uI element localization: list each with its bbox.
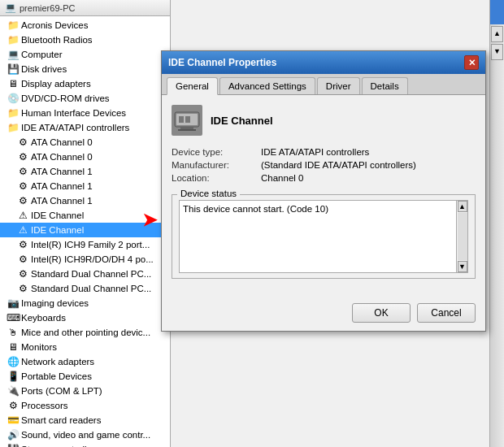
svg-rect-5	[178, 129, 196, 131]
item-label-dvd: DVD/CD-ROM drives	[21, 93, 110, 103]
item-label-sound: Sound, video and game contr...	[21, 430, 150, 440]
svg-rect-2	[179, 116, 184, 123]
item-label-imaging: Imaging devices	[21, 298, 89, 308]
tree-item-mice[interactable]: 🖱 Mice and other pointing devic...	[0, 325, 170, 340]
svg-rect-3	[185, 116, 190, 123]
tree-item-hid[interactable]: 📁 Human Interface Devices	[0, 106, 170, 120]
status-group: Device status This device cannot start. …	[172, 194, 476, 279]
item-icon-dvd: 💿	[7, 92, 20, 105]
tree-item-portable[interactable]: 📱 Portable Devices	[0, 369, 170, 384]
tree-item-bluetooth[interactable]: 📁 Bluetooth Radios	[0, 33, 170, 47]
strip-btn-1[interactable]: ▲	[491, 26, 503, 42]
item-icon-hid: 📁	[7, 106, 20, 119]
item-icon-disk: 💾	[7, 63, 20, 76]
tree-item-processors[interactable]: ⚙ Processors	[0, 398, 170, 413]
close-button[interactable]: ✕	[464, 55, 479, 70]
tree-item-imaging[interactable]: 📷 Imaging devices	[0, 296, 170, 310]
item-icon-idechan1: ⚠	[16, 209, 29, 222]
item-label-stdual2: Standard Dual Channel PC...	[31, 284, 151, 293]
tree-item-idechan2[interactable]: ⚠ IDE Channel	[0, 223, 170, 237]
tab-details[interactable]: Details	[362, 77, 408, 94]
tree-item-stdual1[interactable]: ⚙ Standard Dual Channel PC...	[0, 267, 170, 281]
item-icon-ata0: ⚙	[16, 136, 29, 149]
tab-advanced[interactable]: Advanced Settings	[219, 77, 315, 94]
item-icon-ata1b: ⚙	[16, 180, 29, 193]
strip-btn-2[interactable]: ▼	[491, 44, 503, 60]
item-icon-display: 🖥	[7, 77, 20, 90]
prop-label-2: Location:	[172, 173, 261, 183]
item-icon-ich9r: ⚙	[16, 253, 29, 266]
item-label-display: Display adapters	[21, 79, 91, 89]
tab-general[interactable]: General	[167, 77, 218, 95]
tree-item-network[interactable]: 🌐 Network adapters	[0, 354, 170, 369]
tree-item-smartcard[interactable]: 💳 Smart card readers	[0, 413, 170, 427]
tree-item-monitors[interactable]: 🖥 Monitors	[0, 340, 170, 354]
item-icon-ata1: ⚙	[16, 165, 29, 178]
item-icon-ide: 📁	[7, 121, 20, 134]
dialog-content: IDE Channel Device type: IDE ATA/ATAPI c…	[162, 95, 485, 298]
ok-button[interactable]: OK	[352, 303, 411, 323]
prop-value-0: IDE ATA/ATAPI controllers	[261, 147, 369, 157]
tree-item-dvd[interactable]: 💿 DVD/CD-ROM drives	[0, 91, 170, 106]
item-label-ich9fam: Intel(R) ICH9 Family 2 port...	[31, 240, 150, 250]
scroll-up[interactable]: ▲	[458, 201, 467, 212]
item-label-acronis: Acronis Devices	[21, 20, 88, 30]
tree-item-ich9r[interactable]: ⚙ Intel(R) ICH9R/DO/DH 4 po...	[0, 252, 170, 267]
prop-row-0: Device type: IDE ATA/ATAPI controllers	[172, 147, 476, 157]
properties-grid: Device type: IDE ATA/ATAPI controllers M…	[172, 147, 476, 183]
tree-item-disk[interactable]: 💾 Disk drives	[0, 62, 170, 76]
tree-item-ata1[interactable]: ⚙ ATA Channel 1	[0, 164, 170, 179]
tree-item-ide[interactable]: 📁 IDE ATA/ATAPI controllers	[0, 120, 170, 135]
item-icon-smartcard: 💳	[7, 414, 20, 427]
device-name-label: IDE Channel	[211, 115, 273, 127]
item-label-idechan2: IDE Channel	[31, 225, 84, 235]
tree-item-keyboards[interactable]: ⌨ Keyboards	[0, 310, 170, 325]
item-label-ich9r: Intel(R) ICH9R/DO/DH 4 po...	[31, 254, 154, 264]
dialog-titlebar: IDE Channel Properties ✕	[162, 51, 485, 74]
item-label-smartcard: Smart card readers	[21, 415, 101, 425]
status-legend: Device status	[177, 189, 240, 198]
item-icon-ich9fam: ⚙	[16, 238, 29, 251]
tree-item-stdual2[interactable]: ⚙ Standard Dual Channel PC...	[0, 281, 170, 296]
tree-item-ata0[interactable]: ⚙ ATA Channel 0	[0, 135, 170, 150]
item-icon-bluetooth: 📁	[7, 33, 20, 46]
svg-rect-4	[180, 127, 193, 129]
tree-item-sound[interactable]: 🔊 Sound, video and game contr...	[0, 427, 170, 442]
item-icon-monitors: 🖥	[7, 341, 20, 354]
tree-item-ata1c[interactable]: ⚙ ATA Channel 1	[0, 193, 170, 208]
right-strip: ▲ ▼	[489, 0, 504, 447]
tree-item-acronis[interactable]: 📁 Acronis Devices	[0, 18, 170, 33]
item-label-ata1c: ATA Channel 1	[31, 196, 93, 206]
tree-item-ata1b[interactable]: ⚙ ATA Channel 1	[0, 179, 170, 193]
tree-item-ata0b[interactable]: ⚙ ATA Channel 0	[0, 150, 170, 164]
tree-item-computer[interactable]: 💻 Computer	[0, 47, 170, 62]
tree-header-label: premier69-PC	[20, 3, 75, 13]
prop-value-1: (Standard IDE ATA/ATAPI controllers)	[261, 160, 416, 170]
tree-item-ich9fam[interactable]: ⚙ Intel(R) ICH9 Family 2 port...	[0, 237, 170, 252]
item-label-hid: Human Interface Devices	[21, 108, 126, 118]
item-label-network: Network adapters	[21, 357, 94, 367]
status-text: This device cannot start. (Code 10)	[183, 204, 328, 214]
prop-label-0: Device type:	[172, 147, 261, 157]
device-icon	[172, 105, 202, 136]
item-label-ports: Ports (COM & LPT)	[21, 386, 102, 396]
item-icon-computer: 💻	[7, 48, 20, 61]
tree-item-display[interactable]: 🖥 Display adapters	[0, 76, 170, 91]
status-box: This device cannot start. (Code 10) ▲ ▼	[179, 200, 468, 273]
cancel-button[interactable]: Cancel	[417, 303, 476, 323]
tab-driver[interactable]: Driver	[317, 77, 360, 94]
item-icon-ports: 🔌	[7, 384, 20, 397]
item-label-bluetooth: Bluetooth Radios	[21, 35, 93, 45]
tree-header: 💻 premier69-PC	[0, 0, 170, 16]
scroll-down[interactable]: ▼	[458, 261, 467, 272]
device-header: IDE Channel	[172, 105, 476, 136]
item-icon-keyboards: ⌨	[7, 311, 20, 324]
item-icon-ata1c: ⚙	[16, 194, 29, 207]
tree-item-storage[interactable]: 💾 Storage controllers	[0, 442, 170, 447]
tree-item-ports[interactable]: 🔌 Ports (COM & LPT)	[0, 384, 170, 398]
item-icon-network: 🌐	[7, 355, 20, 368]
dialog-footer: OKCancel	[162, 298, 485, 331]
tree-item-idechan1[interactable]: ⚠ IDE Channel	[0, 208, 170, 223]
item-label-ata0: ATA Channel 0	[31, 137, 93, 147]
item-label-mice: Mice and other pointing devic...	[21, 328, 150, 337]
